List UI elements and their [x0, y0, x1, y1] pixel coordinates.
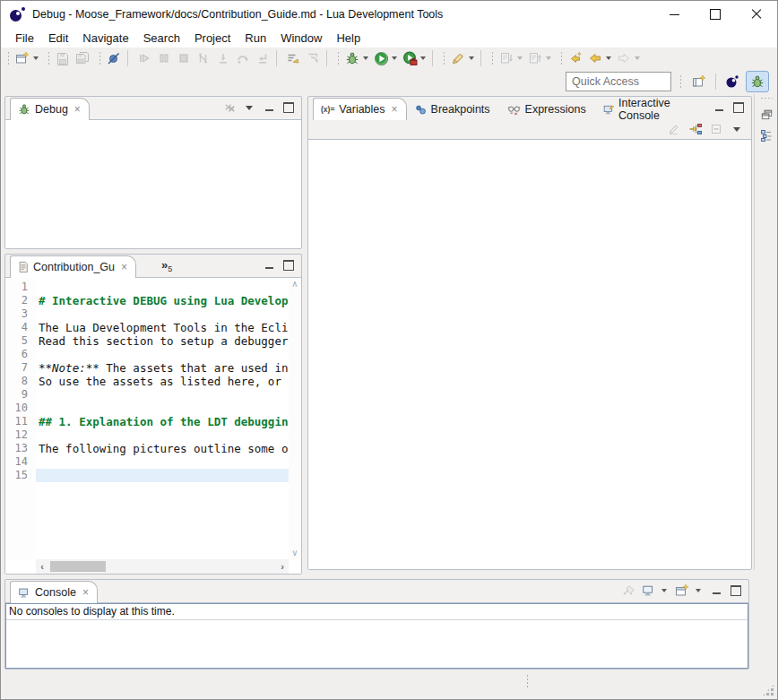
toggle-mark-occurrences-button[interactable]: [448, 48, 468, 68]
toolbar-grip[interactable]: [491, 51, 494, 65]
hscroll-thumb[interactable]: [50, 561, 106, 572]
code-line[interactable]: [36, 428, 289, 442]
toolbar-grip[interactable]: [99, 51, 101, 65]
line-number[interactable]: 7: [5, 361, 36, 375]
toolbar-grip[interactable]: [443, 51, 445, 65]
back-dropdown[interactable]: [606, 56, 611, 60]
run-button[interactable]: [371, 48, 391, 68]
skip-all-breakpoints-button[interactable]: [104, 48, 124, 68]
step-over-button[interactable]: [233, 48, 253, 68]
next-annotation-button[interactable]: [497, 48, 516, 68]
display-selected-console-button[interactable]: [641, 583, 655, 598]
menu-navigate[interactable]: Navigate: [75, 30, 135, 47]
code-line[interactable]: ## 1. Explanation of the LDT debuggin: [36, 415, 289, 428]
code-line[interactable]: [36, 388, 289, 402]
line-number[interactable]: 6: [5, 348, 36, 361]
variables-view-minimize-button[interactable]: [712, 100, 726, 115]
window-maximize-button[interactable]: [695, 1, 736, 28]
console-content[interactable]: No consoles to display at this time.: [5, 603, 748, 669]
code-line[interactable]: [36, 307, 289, 321]
display-console-dropdown[interactable]: [661, 589, 667, 592]
debug-perspective-button[interactable]: [746, 71, 769, 92]
line-number[interactable]: 14: [5, 455, 36, 469]
terminate-button[interactable]: [174, 48, 194, 68]
tab-interactive-console[interactable]: Interactive Console: [595, 98, 712, 120]
debug-dropdown[interactable]: [363, 56, 368, 60]
window-resize-grip[interactable]: [762, 684, 774, 696]
disconnect-button[interactable]: [194, 48, 213, 68]
editor-area[interactable]: 123456789101112131415 # Interactive DEBU…: [5, 278, 301, 559]
editor-vertical-scrollbar[interactable]: ∧ ∨: [289, 278, 301, 559]
step-into-button[interactable]: [213, 48, 233, 68]
line-number[interactable]: 10: [5, 402, 36, 415]
line-number[interactable]: 15: [5, 469, 36, 482]
menu-help[interactable]: Help: [329, 30, 367, 47]
suspend-button[interactable]: [154, 48, 174, 68]
run-dropdown[interactable]: [392, 56, 397, 60]
tab-breakpoints[interactable]: Breakpoints: [407, 98, 499, 120]
tab-console-close-icon[interactable]: ×: [82, 588, 89, 597]
toolbar-grip[interactable]: [7, 51, 10, 65]
menu-file[interactable]: File: [8, 30, 41, 47]
lua-perspective-button[interactable]: [721, 71, 744, 92]
menu-edit[interactable]: Edit: [41, 30, 75, 47]
code-line[interactable]: [36, 281, 289, 294]
previous-annotation-button[interactable]: [525, 48, 545, 68]
debug-view-content[interactable]: [5, 119, 301, 248]
back-button[interactable]: [585, 48, 605, 68]
external-tools-button[interactable]: [400, 48, 419, 68]
show-logical-structures-button[interactable]: [688, 122, 703, 136]
tab-debug-close-icon[interactable]: ×: [74, 105, 81, 114]
tab-debug[interactable]: Debug ×: [10, 98, 90, 120]
debug-view-minimize-button[interactable]: [262, 100, 276, 115]
trim-drag-handle[interactable]: [760, 97, 773, 99]
scroll-down-icon[interactable]: ∨: [290, 549, 299, 557]
line-number[interactable]: 3: [5, 307, 36, 321]
debug-button[interactable]: [342, 48, 362, 68]
statusbar-drag-handle[interactable]: [526, 674, 529, 687]
tab-console[interactable]: Console ×: [10, 581, 98, 603]
open-console-button[interactable]: [675, 583, 689, 598]
code-line[interactable]: [36, 348, 289, 361]
tab-variables-close-icon[interactable]: ×: [392, 105, 398, 114]
debug-view-menu-button[interactable]: [242, 100, 256, 115]
scroll-up-icon[interactable]: ∧: [290, 280, 299, 289]
scroll-left-icon[interactable]: ‹: [36, 561, 48, 572]
toolbar-grip[interactable]: [560, 51, 563, 65]
toolbar-grip[interactable]: [337, 51, 340, 65]
menu-run[interactable]: Run: [238, 30, 273, 47]
line-number[interactable]: 1: [5, 281, 36, 294]
tab-expressions[interactable]: Expressions: [499, 98, 595, 120]
pin-console-button[interactable]: [621, 583, 635, 598]
toolbar-grip[interactable]: [48, 51, 50, 65]
menu-window[interactable]: Window: [273, 30, 329, 47]
line-number[interactable]: 5: [5, 334, 36, 348]
previous-annotation-dropdown[interactable]: [546, 56, 551, 60]
code-line[interactable]: So use the assets as listed here, or: [36, 375, 289, 388]
window-close-button[interactable]: [736, 1, 777, 28]
tab-editor-contribution-guide[interactable]: Contribution_Gu ×: [10, 255, 136, 278]
step-return-button[interactable]: [253, 48, 272, 68]
forward-dropdown[interactable]: [635, 56, 640, 60]
editor-code[interactable]: # Interactive DEBUG using Lua DevelopThe…: [36, 278, 289, 559]
line-number[interactable]: 9: [5, 388, 36, 402]
code-line[interactable]: The following pictures outline some o: [36, 442, 289, 455]
code-line[interactable]: The Lua Development Tools in the Ecli: [36, 321, 289, 334]
line-number[interactable]: 4: [5, 321, 36, 334]
show-type-names-button[interactable]: [668, 122, 682, 136]
scroll-right-icon[interactable]: ›: [276, 561, 289, 572]
editor-horizontal-scrollbar[interactable]: ‹ ›: [36, 559, 289, 574]
external-tools-dropdown[interactable]: [420, 56, 426, 60]
console-minimize-button[interactable]: [709, 583, 723, 598]
code-line[interactable]: **Note:** The assets that are used in: [36, 361, 289, 375]
open-console-dropdown[interactable]: [696, 589, 701, 592]
code-line[interactable]: Read this section to setup a debugger: [36, 334, 289, 348]
variables-view-content[interactable]: [308, 139, 751, 569]
code-line[interactable]: [36, 455, 289, 469]
collapse-all-button[interactable]: [709, 122, 723, 136]
use-step-filters-button[interactable]: [283, 48, 303, 68]
resume-button[interactable]: [134, 48, 154, 68]
window-minimize-button[interactable]: [653, 1, 695, 28]
toolbar-grip[interactable]: [679, 74, 682, 89]
next-annotation-dropdown[interactable]: [517, 56, 523, 60]
